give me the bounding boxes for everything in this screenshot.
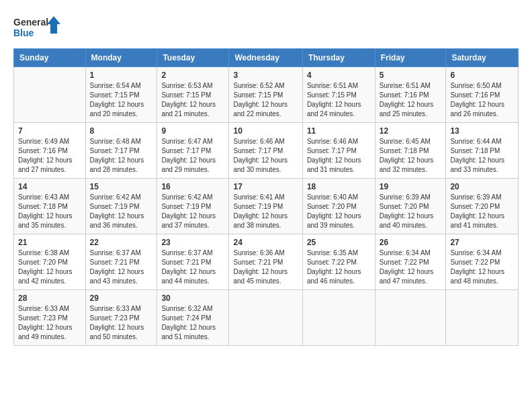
day-cell: 2Sunrise: 6:53 AMSunset: 7:15 PMDaylight… (157, 67, 229, 123)
day-info: Sunrise: 6:52 AMSunset: 7:15 PMDaylight:… (233, 81, 298, 119)
header-day-saturday: Saturday (446, 49, 519, 67)
day-cell: 8Sunrise: 6:48 AMSunset: 7:17 PMDaylight… (85, 123, 157, 179)
day-number: 20 (450, 182, 514, 191)
day-number: 6 (450, 71, 514, 80)
day-number: 17 (233, 182, 298, 191)
day-cell: 9Sunrise: 6:47 AMSunset: 7:17 PMDaylight… (157, 123, 229, 179)
day-info: Sunrise: 6:35 AMSunset: 7:22 PMDaylight:… (307, 248, 371, 286)
day-info: Sunrise: 6:46 AMSunset: 7:17 PMDaylight:… (233, 137, 298, 175)
day-cell: 12Sunrise: 6:45 AMSunset: 7:18 PMDayligh… (375, 123, 446, 179)
day-cell: 13Sunrise: 6:44 AMSunset: 7:18 PMDayligh… (446, 123, 519, 179)
day-info: Sunrise: 6:51 AMSunset: 7:15 PMDaylight:… (307, 81, 371, 119)
day-cell: 29Sunrise: 6:33 AMSunset: 7:23 PMDayligh… (85, 290, 157, 346)
header-day-thursday: Thursday (302, 49, 375, 67)
day-info: Sunrise: 6:53 AMSunset: 7:15 PMDaylight:… (161, 81, 224, 119)
day-info: Sunrise: 6:41 AMSunset: 7:19 PMDaylight:… (233, 193, 298, 230)
day-info: Sunrise: 6:44 AMSunset: 7:18 PMDaylight:… (450, 137, 514, 175)
day-info: Sunrise: 6:48 AMSunset: 7:17 PMDaylight:… (90, 137, 153, 175)
week-row-2: 14Sunrise: 6:43 AMSunset: 7:18 PMDayligh… (14, 179, 519, 234)
day-cell: 28Sunrise: 6:33 AMSunset: 7:23 PMDayligh… (14, 290, 86, 346)
day-info: Sunrise: 6:37 AMSunset: 7:21 PMDaylight:… (161, 248, 224, 286)
day-cell (446, 290, 519, 346)
day-number: 26 (380, 238, 442, 247)
day-info: Sunrise: 6:37 AMSunset: 7:21 PMDaylight:… (90, 248, 153, 286)
day-info: Sunrise: 6:36 AMSunset: 7:21 PMDaylight:… (233, 248, 298, 286)
day-cell (302, 290, 375, 346)
day-number: 25 (307, 238, 371, 247)
logo-svg: General Blue (13, 13, 60, 40)
day-cell: 4Sunrise: 6:51 AMSunset: 7:15 PMDaylight… (302, 67, 375, 123)
day-cell: 16Sunrise: 6:42 AMSunset: 7:19 PMDayligh… (157, 179, 229, 234)
day-number: 7 (18, 126, 81, 136)
page: General Blue SundayMondayTuesdayWednesda… (0, 0, 532, 411)
calendar-table: SundayMondayTuesdayWednesdayThursdayFrid… (13, 48, 519, 346)
day-number: 27 (450, 238, 514, 247)
day-number: 8 (90, 126, 153, 136)
day-info: Sunrise: 6:34 AMSunset: 7:22 PMDaylight:… (380, 248, 442, 286)
day-number: 30 (161, 293, 224, 303)
header-row: SundayMondayTuesdayWednesdayThursdayFrid… (14, 49, 519, 67)
svg-text:Blue: Blue (13, 28, 34, 38)
day-info: Sunrise: 6:34 AMSunset: 7:22 PMDaylight:… (450, 248, 514, 286)
day-info: Sunrise: 6:42 AMSunset: 7:19 PMDaylight:… (161, 193, 224, 230)
day-cell: 6Sunrise: 6:50 AMSunset: 7:16 PMDaylight… (446, 67, 519, 123)
day-number: 23 (161, 238, 224, 247)
day-cell (229, 290, 302, 346)
day-number: 21 (18, 238, 81, 247)
day-cell: 25Sunrise: 6:35 AMSunset: 7:22 PMDayligh… (302, 234, 375, 290)
day-number: 2 (161, 71, 224, 80)
day-info: Sunrise: 6:46 AMSunset: 7:17 PMDaylight:… (307, 137, 371, 175)
week-row-3: 21Sunrise: 6:38 AMSunset: 7:20 PMDayligh… (14, 234, 519, 290)
day-number: 18 (307, 182, 371, 191)
day-number: 15 (90, 182, 153, 191)
week-row-0: 1Sunrise: 6:54 AMSunset: 7:15 PMDaylight… (14, 67, 519, 123)
day-number: 4 (307, 71, 371, 80)
day-cell: 20Sunrise: 6:39 AMSunset: 7:20 PMDayligh… (446, 179, 519, 234)
day-info: Sunrise: 6:33 AMSunset: 7:23 PMDaylight:… (18, 304, 81, 342)
day-cell: 27Sunrise: 6:34 AMSunset: 7:22 PMDayligh… (446, 234, 519, 290)
header-day-monday: Monday (85, 49, 157, 67)
day-cell: 10Sunrise: 6:46 AMSunset: 7:17 PMDayligh… (229, 123, 302, 179)
day-number: 22 (90, 238, 153, 247)
day-number: 13 (450, 126, 514, 136)
week-row-1: 7Sunrise: 6:49 AMSunset: 7:16 PMDaylight… (14, 123, 519, 179)
svg-text:General: General (13, 17, 48, 28)
header-day-wednesday: Wednesday (229, 49, 302, 67)
header-day-sunday: Sunday (14, 49, 86, 67)
day-number: 11 (307, 126, 371, 136)
day-cell (375, 290, 446, 346)
day-info: Sunrise: 6:49 AMSunset: 7:16 PMDaylight:… (18, 137, 81, 175)
day-cell: 18Sunrise: 6:40 AMSunset: 7:20 PMDayligh… (302, 179, 375, 234)
day-cell: 14Sunrise: 6:43 AMSunset: 7:18 PMDayligh… (14, 179, 86, 234)
svg-marker-2 (47, 16, 60, 34)
day-number: 28 (18, 293, 81, 303)
day-info: Sunrise: 6:54 AMSunset: 7:15 PMDaylight:… (90, 81, 153, 119)
day-cell: 22Sunrise: 6:37 AMSunset: 7:21 PMDayligh… (85, 234, 157, 290)
day-info: Sunrise: 6:33 AMSunset: 7:23 PMDaylight:… (90, 304, 153, 342)
day-number: 24 (233, 238, 298, 247)
header-day-friday: Friday (375, 49, 446, 67)
day-number: 19 (380, 182, 442, 191)
header: General Blue (13, 13, 519, 40)
day-info: Sunrise: 6:47 AMSunset: 7:17 PMDaylight:… (161, 137, 224, 175)
day-cell: 3Sunrise: 6:52 AMSunset: 7:15 PMDaylight… (229, 67, 302, 123)
day-info: Sunrise: 6:39 AMSunset: 7:20 PMDaylight:… (450, 193, 514, 230)
day-cell: 7Sunrise: 6:49 AMSunset: 7:16 PMDaylight… (14, 123, 86, 179)
day-number: 14 (18, 182, 81, 191)
day-cell: 23Sunrise: 6:37 AMSunset: 7:21 PMDayligh… (157, 234, 229, 290)
day-cell: 11Sunrise: 6:46 AMSunset: 7:17 PMDayligh… (302, 123, 375, 179)
day-info: Sunrise: 6:42 AMSunset: 7:19 PMDaylight:… (90, 193, 153, 230)
day-info: Sunrise: 6:51 AMSunset: 7:16 PMDaylight:… (380, 81, 442, 119)
day-number: 29 (90, 293, 153, 303)
day-cell: 17Sunrise: 6:41 AMSunset: 7:19 PMDayligh… (229, 179, 302, 234)
day-info: Sunrise: 6:40 AMSunset: 7:20 PMDaylight:… (307, 193, 371, 230)
day-info: Sunrise: 6:43 AMSunset: 7:18 PMDaylight:… (18, 193, 81, 230)
day-info: Sunrise: 6:39 AMSunset: 7:20 PMDaylight:… (380, 193, 442, 230)
day-cell: 26Sunrise: 6:34 AMSunset: 7:22 PMDayligh… (375, 234, 446, 290)
day-info: Sunrise: 6:32 AMSunset: 7:24 PMDaylight:… (161, 304, 224, 342)
day-info: Sunrise: 6:50 AMSunset: 7:16 PMDaylight:… (450, 81, 514, 119)
day-number: 12 (380, 126, 442, 136)
day-number: 10 (233, 126, 298, 136)
day-cell: 5Sunrise: 6:51 AMSunset: 7:16 PMDaylight… (375, 67, 446, 123)
logo: General Blue (13, 13, 60, 40)
